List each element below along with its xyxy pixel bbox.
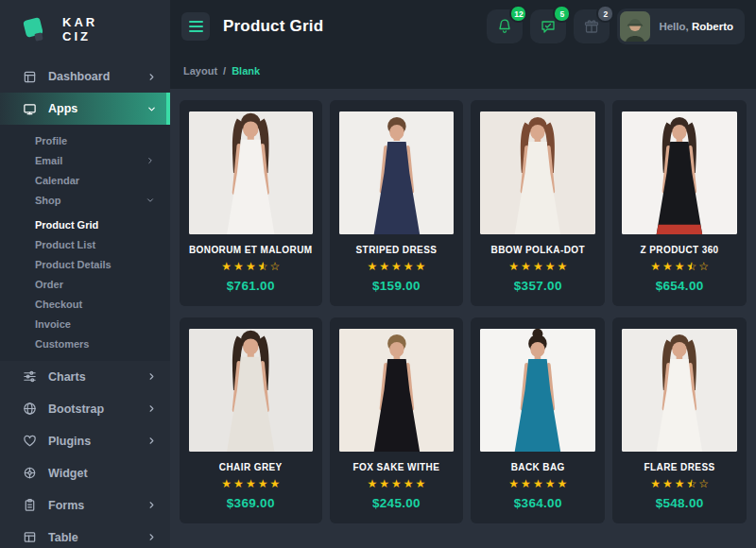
star-full-icon: ★ [404,478,414,489]
star-half-icon: ☆★ [686,261,696,272]
sidebar-item-label: Customers [35,338,89,350]
globe-icon [23,402,37,416]
sidebar-item-label: Email [35,155,62,166]
star-full-icon: ★ [675,478,685,489]
chevron-right-icon [146,403,157,414]
topbar: Product Grid 1252 [170,0,756,53]
table-icon [23,530,37,544]
sidebar-item-product-list[interactable]: Product List [0,234,170,254]
sidebar-item-label: Product List [35,239,95,250]
product-image [480,329,595,452]
star-full-icon: ★ [368,261,378,272]
main-area: Product Grid 1252 [170,0,756,548]
user-chip[interactable]: Hello, Roberto [617,9,745,44]
sidebar-item-apps[interactable]: Apps [0,93,170,125]
chat-icon [540,18,557,35]
sidebar-item-dashboard[interactable]: Dashboard [0,60,170,93]
star-full-icon: ★ [662,478,673,489]
star-full-icon: ★ [557,478,567,489]
avatar [620,11,650,42]
star-half-icon: ☆★ [686,478,696,489]
topbar-actions: 1252 [487,9,610,43]
product-image [189,329,313,452]
chat-button[interactable]: 5 [530,9,566,43]
star-full-icon: ★ [533,478,543,489]
greeting-prefix: Hello, [659,21,688,32]
notification-badge: 2 [596,5,614,23]
product-rating: ★★★★★ [339,478,455,489]
star-full-icon: ★ [416,478,426,489]
star-full-icon: ★ [416,261,426,272]
sidebar-item-checkout[interactable]: Checkout [0,294,170,314]
page-title: Product Grid [223,17,323,36]
star-full-icon: ★ [368,478,378,489]
chevron-right-icon [146,532,157,542]
product-image [339,111,455,234]
product-price: $159.00 [339,279,455,293]
sidebar-item-label: Invoice [35,318,71,330]
topbar-right: 1252 Hello, Robert [487,9,745,44]
menu-button[interactable] [181,12,210,41]
product-card-back-bag[interactable]: BACK BAG★★★★★$364.00 [471,317,605,523]
star-full-icon: ★ [391,478,402,489]
sidebar-item-plugins[interactable]: Plugins [0,425,170,457]
sidebar-item-invoice[interactable]: Invoice [0,314,170,334]
product-price: $364.00 [480,496,595,510]
sidebar-item-shop[interactable]: Shop [0,191,170,211]
star-full-icon: ★ [246,478,256,489]
product-name: BONORUM ET MALORUM [189,245,313,255]
product-card-flare-dress[interactable]: FLARE DRESS★★★☆★☆$548.00 [612,317,747,523]
product-card-fox-sake-withe[interactable]: FOX SAKE WITHE★★★★★$245.00 [330,317,464,523]
chevron-down-icon [146,196,155,205]
sidebar-item-label: Table [48,531,78,544]
sidebar-item-product-grid[interactable]: Product Grid [0,211,170,235]
product-image [622,329,737,452]
star-full-icon: ★ [258,478,268,489]
product-rating: ★★★★★ [339,261,455,272]
product-card-striped-dress[interactable]: STRIPED DRESS★★★★★$159.00 [330,100,464,306]
app-root: KAR CIZ DashboardAppsProfileEmailCalenda… [0,0,756,548]
sidebar-item-calendar[interactable]: Calendar [0,171,170,191]
bell-icon [496,18,513,35]
sidebar-item-table[interactable]: Table [0,522,170,548]
bell-button[interactable]: 12 [487,9,523,43]
chevron-right-icon [146,156,155,165]
sidebar-item-forms[interactable]: Forms [0,489,170,522]
star-full-icon: ★ [233,478,244,489]
gift-button[interactable]: 2 [574,9,610,43]
notification-badge: 5 [553,5,571,23]
product-card-bonorum-et-malorum[interactable]: BONORUM ET MALORUM★★★☆★☆$761.00 [180,100,322,306]
star-full-icon: ★ [269,478,280,489]
sidebar-item-label: Profile [35,135,67,146]
product-card-bbow-polka-dot[interactable]: BBOW POLKA-DOT★★★★★$357.00 [471,100,605,306]
star-full-icon: ★ [508,261,519,272]
sidebar-item-label: Product Details [35,259,112,270]
heart-icon [23,434,37,448]
sidebar-item-bootstrap[interactable]: Bootstrap [0,393,170,425]
product-card-chair-grey[interactable]: CHAIR GREY★★★★★$369.00 [180,317,322,523]
sliders-icon [23,369,37,384]
star-empty-icon: ☆ [698,478,709,489]
star-full-icon: ★ [391,261,402,272]
sidebar-item-product-details[interactable]: Product Details [0,254,170,274]
sidebar-item-label: Checkout [35,299,82,310]
chevron-right-icon [146,436,157,446]
star-full-icon: ★ [533,261,543,272]
product-card-z-product-360[interactable]: Z PRODUCT 360★★★☆★☆$654.00 [612,100,747,306]
breadcrumb-parent[interactable]: Layout [183,65,217,77]
star-full-icon: ★ [246,261,256,272]
sidebar-item-widget[interactable]: Widget [0,457,170,489]
product-image [339,329,455,452]
sidebar-item-label: Plugins [48,435,91,448]
sidebar-item-email[interactable]: Email [0,151,170,171]
star-full-icon: ★ [675,261,685,272]
product-name: FOX SAKE WITHE [339,462,455,472]
sidebar-item-profile[interactable]: Profile [0,125,170,151]
sidebar-item-charts[interactable]: Charts [0,361,170,393]
brand[interactable]: KAR CIZ [0,0,170,60]
chevron-down-icon [146,104,157,114]
hamburger-icon [189,21,203,32]
sidebar-item-customers[interactable]: Customers [0,334,170,361]
product-price: $654.00 [622,279,737,293]
sidebar-item-order[interactable]: Order [0,274,170,294]
